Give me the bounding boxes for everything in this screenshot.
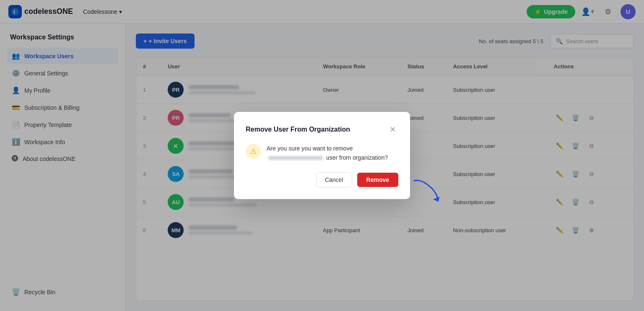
modal-text: Are you sure you want to remove user fro…	[267, 144, 398, 163]
svg-marker-2	[433, 197, 439, 202]
modal-text-before: Are you sure you want to remove	[267, 145, 353, 152]
modal-text-after: user from organization?	[326, 154, 388, 161]
modal-close-button[interactable]: ✕	[387, 124, 398, 135]
remove-button[interactable]: Remove	[357, 173, 398, 187]
modal-user-name-bar	[268, 156, 323, 160]
modal-header: Remove User From Organization ✕	[246, 124, 398, 135]
modal-overlay[interactable]: Remove User From Organization ✕ ⚠ Are yo…	[0, 0, 644, 311]
modal-footer: Cancel Remove	[246, 172, 398, 187]
arrow-annotation	[410, 176, 444, 203]
remove-user-modal: Remove User From Organization ✕ ⚠ Are yo…	[234, 112, 410, 200]
modal-title: Remove User From Organization	[246, 126, 350, 133]
modal-body: ⚠ Are you sure you want to remove user f…	[246, 144, 398, 163]
cancel-button[interactable]: Cancel	[316, 172, 352, 187]
warning-icon: ⚠	[246, 144, 261, 159]
